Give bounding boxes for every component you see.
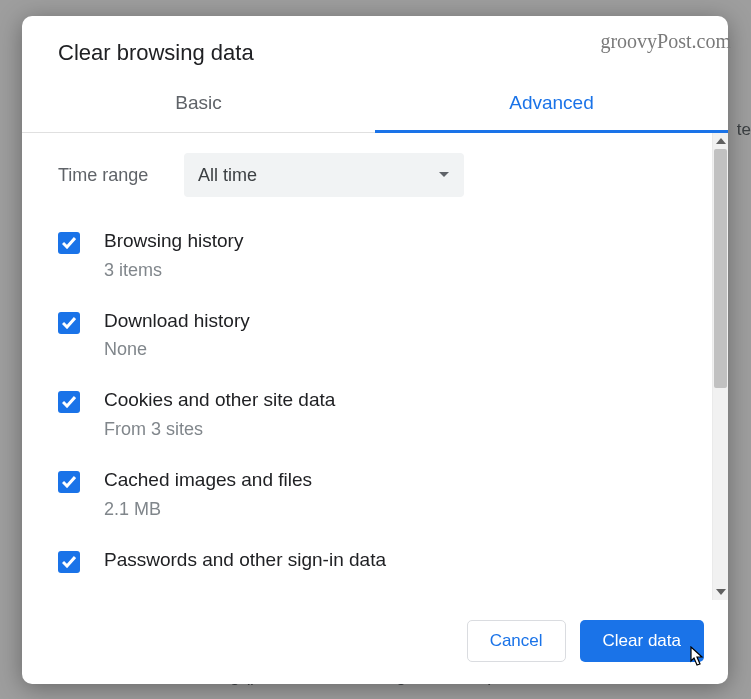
option-title: Browsing history [104,229,243,254]
option-subtitle: 2.1 MB [104,499,312,520]
checkbox-download-history[interactable] [58,312,80,334]
option-title: Passwords and other sign-in data [104,548,386,573]
dialog-footer: Cancel Clear data [22,600,728,684]
scroll-down-button[interactable] [713,584,728,600]
option-subtitle: 3 items [104,260,243,281]
option-subtitle: None [104,339,250,360]
option-title: Download history [104,309,250,334]
time-range-value: All time [198,165,257,186]
option-passwords[interactable]: Passwords and other sign-in data [58,534,696,587]
scrollbar[interactable] [712,133,728,600]
checkbox-browsing-history[interactable] [58,232,80,254]
option-browsing-history[interactable]: Browsing history 3 items [58,215,696,295]
checkbox-passwords[interactable] [58,551,80,573]
background-page-text-right: te [737,120,751,140]
tab-advanced[interactable]: Advanced [375,78,728,133]
watermark-text: groovyPost.com [600,30,731,53]
option-title: Cookies and other site data [104,388,335,413]
tab-basic[interactable]: Basic [22,78,375,133]
option-cached[interactable]: Cached images and files 2.1 MB [58,454,696,534]
option-subtitle: From 3 sites [104,419,335,440]
checkbox-cookies[interactable] [58,391,80,413]
scroll-up-button[interactable] [713,133,728,149]
option-download-history[interactable]: Download history None [58,295,696,375]
cancel-button[interactable]: Cancel [467,620,566,662]
option-cookies[interactable]: Cookies and other site data From 3 sites [58,374,696,454]
checkbox-cached[interactable] [58,471,80,493]
clear-browsing-data-dialog: Clear browsing data Basic Advanced Time … [22,16,728,684]
time-range-label: Time range [58,165,184,186]
chevron-down-icon [438,171,450,179]
scroll-track[interactable] [713,149,728,584]
time-range-select[interactable]: All time [184,153,464,197]
dialog-tabs: Basic Advanced [22,78,728,133]
clear-data-button[interactable]: Clear data [580,620,704,662]
scroll-thumb[interactable] [714,149,727,388]
option-title: Cached images and files [104,468,312,493]
cursor-icon [689,646,707,668]
clear-data-button-label: Clear data [603,631,681,651]
